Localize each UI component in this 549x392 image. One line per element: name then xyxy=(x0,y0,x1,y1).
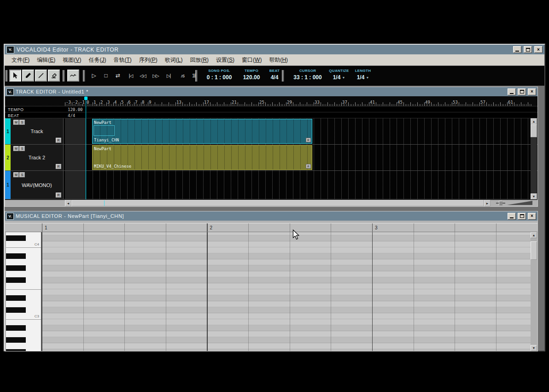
scroll-up-button[interactable]: ▲ xyxy=(531,118,537,124)
zoom-wedge-icon[interactable] xyxy=(507,201,532,205)
piano-key[interactable] xyxy=(6,232,41,235)
scroll-down-button[interactable]: ▼ xyxy=(531,345,537,351)
menu-item-p[interactable]: 序列(P) xyxy=(136,55,161,65)
beat-row-value[interactable]: 4/4 xyxy=(68,113,75,118)
menu-item-e[interactable]: 编辑(E) xyxy=(34,55,58,65)
minimize-button[interactable] xyxy=(508,213,516,220)
piano-key[interactable] xyxy=(6,235,41,241)
piano-key[interactable] xyxy=(6,259,41,265)
piano-key[interactable]: C3 xyxy=(6,313,41,319)
go-to-end-button[interactable]: ▷| xyxy=(163,71,174,80)
toolbar-grip[interactable] xyxy=(83,70,85,82)
note-grid[interactable] xyxy=(42,232,531,351)
maximize-button[interactable] xyxy=(518,88,526,95)
piano-keys[interactable]: C4C3 xyxy=(6,232,42,351)
piano-roll-vertical-scrollbar[interactable]: ▲ ▼ xyxy=(531,232,537,351)
close-button[interactable]: × xyxy=(528,88,536,95)
track-row[interactable]: 1 M S WAV(MONO) R xyxy=(5,171,537,199)
rewind-button[interactable]: ◁◁ xyxy=(137,71,148,80)
menu-item-v[interactable]: 视图(V) xyxy=(59,55,84,65)
piano-key[interactable] xyxy=(6,331,41,337)
maximize-button[interactable] xyxy=(524,46,532,53)
maximize-button[interactable] xyxy=(518,213,526,220)
menu-item-l[interactable]: 歌词(L) xyxy=(162,55,186,65)
scroll-up-button[interactable]: ▲ xyxy=(531,232,537,238)
track-horizontal-scrollbar[interactable]: ◄ ► xyxy=(5,200,537,206)
minimize-button[interactable] xyxy=(513,46,521,53)
line-tool-button[interactable] xyxy=(35,70,47,82)
note-s-button[interactable]: ♪s xyxy=(177,71,188,80)
beat-display[interactable]: BEAT 4/4 xyxy=(265,69,284,81)
render-button[interactable]: R xyxy=(56,193,61,198)
render-button[interactable]: R xyxy=(56,164,61,169)
part-newpart-track2[interactable]: NewPart MIKU_V4_Chinese R xyxy=(92,145,312,170)
close-button[interactable]: × xyxy=(534,46,543,53)
beat-row[interactable]: BEAT 4/4 xyxy=(5,112,537,118)
piano-key[interactable] xyxy=(6,319,41,325)
quantize-dropdown[interactable]: QUANTIZE 1/4▼ xyxy=(327,69,351,81)
scroll-right-button[interactable]: ► xyxy=(484,200,491,206)
piano-key[interactable] xyxy=(6,253,41,259)
part-newpart-track1[interactable]: NewPart Tianyi_CHN R xyxy=(92,119,312,144)
loop-button[interactable]: ⇄ xyxy=(112,71,123,80)
piano-key[interactable] xyxy=(6,349,41,351)
pencil-tool-button[interactable] xyxy=(22,70,34,82)
piano-key[interactable] xyxy=(6,307,41,313)
piano-key[interactable] xyxy=(6,337,41,343)
piano-key[interactable] xyxy=(6,301,41,307)
piano-key[interactable]: C4 xyxy=(6,241,41,247)
solo-button[interactable]: S xyxy=(19,172,25,177)
fast-forward-button[interactable]: ▷▷ xyxy=(150,71,161,80)
scrollbar-thumb[interactable] xyxy=(531,241,537,260)
part-render-badge[interactable]: R xyxy=(306,164,311,169)
toolbar-grip[interactable] xyxy=(195,70,198,82)
close-button[interactable]: × xyxy=(528,213,536,220)
piano-key[interactable] xyxy=(6,247,41,253)
tempo-row-value[interactable]: 120.00 xyxy=(68,107,83,112)
main-titlebar[interactable]: V. VOCALOID4 Editor - TRACK EDITOR × xyxy=(5,45,544,54)
track-header[interactable]: M S Track R xyxy=(11,118,64,144)
scroll-left-button[interactable]: ◄ xyxy=(65,200,71,206)
piano-key[interactable] xyxy=(6,343,41,349)
toolbar-grip[interactable] xyxy=(6,70,8,82)
solo-button[interactable]: S xyxy=(19,146,25,151)
track-header[interactable]: M S Track 2 R xyxy=(11,145,64,170)
track-editor-titlebar[interactable]: V. TRACK EDITOR - Untitled1 * × xyxy=(5,87,537,96)
playhead[interactable] xyxy=(86,96,86,199)
tempo-display[interactable]: TEMPO 120.00 xyxy=(239,69,264,81)
scroll-down-button[interactable]: ▼ xyxy=(531,193,537,199)
track-vertical-scrollbar[interactable]: ▲ ▼ xyxy=(531,118,537,199)
menu-item-j[interactable]: 任务(J) xyxy=(85,55,109,65)
mute-button[interactable]: M xyxy=(13,172,19,177)
scrollbar-thumb[interactable] xyxy=(71,200,484,206)
track-header[interactable]: M S WAV(MONO) R xyxy=(11,171,64,199)
curve-tool-button[interactable] xyxy=(67,70,79,82)
piano-key[interactable] xyxy=(6,289,41,295)
stop-button[interactable]: □ xyxy=(100,71,111,80)
eraser-tool-button[interactable] xyxy=(48,70,60,82)
piano-key[interactable] xyxy=(6,277,41,283)
mute-button[interactable]: M xyxy=(13,120,19,125)
track-lane[interactable] xyxy=(64,171,531,199)
piano-key[interactable] xyxy=(6,325,41,331)
track-lane[interactable]: NewPart MIKU_V4_Chinese R xyxy=(64,145,531,170)
mute-button[interactable]: M xyxy=(13,146,19,151)
minimize-button[interactable] xyxy=(508,88,516,95)
pointer-tool-button[interactable] xyxy=(9,70,21,82)
track-row[interactable]: 2 M S Track 2 R NewPart MIKU_V4_Chinese xyxy=(5,145,537,171)
menu-item-s[interactable]: 设置(S) xyxy=(213,55,238,65)
menu-item-t[interactable]: 音轨(T) xyxy=(110,55,134,65)
solo-button[interactable]: S xyxy=(19,120,25,125)
menu-item-h[interactable]: 帮助(H) xyxy=(266,55,291,65)
piano-key[interactable] xyxy=(6,265,41,271)
render-button[interactable]: R xyxy=(56,138,61,143)
track-row[interactable]: 1 M S Track R NewPart Tianyi_CHN xyxy=(5,118,537,145)
piano-key[interactable] xyxy=(6,283,41,289)
toolbar-grip[interactable] xyxy=(282,70,284,82)
play-button[interactable]: ▷ xyxy=(88,71,99,80)
piano-key[interactable] xyxy=(6,295,41,301)
tempo-row[interactable]: TEMPO 120.00 xyxy=(5,106,537,112)
piano-roll-ruler[interactable]: 123 xyxy=(5,223,537,232)
playhead-flag[interactable] xyxy=(84,97,88,100)
piano-key[interactable] xyxy=(6,271,41,277)
